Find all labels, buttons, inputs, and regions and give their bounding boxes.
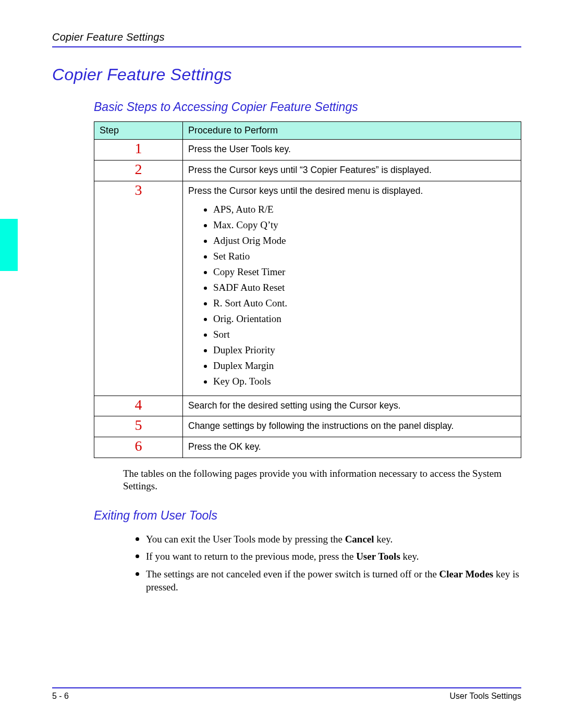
header-rule	[52, 46, 521, 47]
section-heading-exiting: Exiting from User Tools	[94, 509, 521, 523]
list-item: SADF Auto Reset	[213, 280, 516, 295]
section-tab	[0, 219, 18, 271]
list-item: Copy Reset Timer	[213, 264, 516, 280]
bullet-text: key.	[374, 534, 393, 545]
procedure-text: Search for the desired setting using the…	[188, 398, 516, 412]
table-header-row: Step Procedure to Perform	[94, 122, 521, 140]
bullet-text: If you want to return to the previous mo…	[146, 551, 356, 562]
steps-table: Step Procedure to Perform 1 Press the Us…	[94, 121, 521, 458]
step-number: 3	[94, 181, 183, 396]
document-page: Copier Feature Settings Copier Feature S…	[0, 0, 563, 728]
list-item: Sort	[213, 327, 516, 342]
step-number: 4	[94, 396, 183, 416]
procedure-text: Press the User Tools key.	[188, 142, 516, 156]
list-item: Duplex Priority	[213, 342, 516, 358]
exit-list: You can exit the User Tools mode by pres…	[146, 530, 521, 596]
running-header: Copier Feature Settings	[52, 31, 521, 46]
page-number: 5 - 6	[52, 692, 69, 701]
section-heading-basic-steps: Basic Steps to Accessing Copier Feature …	[94, 100, 521, 114]
bullet-text: key.	[400, 551, 419, 562]
step-procedure: Search for the desired setting using the…	[183, 396, 521, 416]
list-item: You can exit the User Tools mode by pres…	[146, 530, 521, 548]
procedure-text: Change settings by following the instruc…	[188, 418, 516, 433]
step-procedure: Press the OK key.	[183, 437, 521, 458]
page-footer: 5 - 6 User Tools Settings	[52, 687, 521, 701]
list-item: Key Op. Tools	[213, 374, 516, 389]
list-item: The settings are not canceled even if th…	[146, 565, 521, 595]
list-item: R. Sort Auto Cont.	[213, 295, 516, 311]
menu-list: APS, Auto R/E Max. Copy Q’ty Adjust Orig…	[213, 202, 516, 389]
page-title: Copier Feature Settings	[52, 65, 521, 84]
table-row: 4 Search for the desired setting using t…	[94, 396, 521, 416]
table-row: 6 Press the OK key.	[94, 437, 521, 458]
step-number: 2	[94, 160, 183, 181]
table-row: 3 Press the Cursor keys until the desire…	[94, 181, 521, 396]
table-row: 1 Press the User Tools key.	[94, 140, 521, 161]
table-row: 5 Change settings by following the instr…	[94, 416, 521, 437]
body-paragraph: The tables on the following pages provid…	[123, 467, 521, 493]
procedure-text: Press the Cursor keys until the desired …	[188, 183, 516, 198]
bold-text: User Tools	[356, 551, 400, 562]
step-procedure: Press the Cursor keys until “3 Copier Fe…	[183, 160, 521, 181]
content-block: Basic Steps to Accessing Copier Feature …	[94, 100, 521, 595]
footer-row: 5 - 6 User Tools Settings	[52, 692, 521, 701]
procedure-text: Press the Cursor keys until “3 Copier Fe…	[188, 163, 516, 177]
list-item: APS, Auto R/E	[213, 202, 516, 217]
table-row: 2 Press the Cursor keys until “3 Copier …	[94, 160, 521, 181]
section-name: User Tools Settings	[449, 692, 521, 701]
list-item: Max. Copy Q’ty	[213, 217, 516, 233]
procedure-text: Press the OK key.	[188, 439, 516, 453]
step-number: 5	[94, 416, 183, 437]
bullet-text: You can exit the User Tools mode by pres…	[146, 534, 345, 545]
step-procedure: Change settings by following the instruc…	[183, 416, 521, 437]
step-number: 6	[94, 437, 183, 458]
list-item: Set Ratio	[213, 249, 516, 264]
step-number: 1	[94, 140, 183, 161]
step-procedure: Press the User Tools key.	[183, 140, 521, 161]
col-step: Step	[94, 122, 183, 140]
list-item: Orig. Orientation	[213, 311, 516, 327]
bullet-text: The settings are not canceled even if th…	[146, 569, 439, 579]
col-procedure: Procedure to Perform	[183, 122, 521, 140]
footer-rule	[52, 687, 521, 688]
bold-text: Clear Modes	[439, 569, 494, 579]
list-item: Duplex Margin	[213, 358, 516, 374]
bold-text: Cancel	[345, 534, 374, 545]
step-procedure: Press the Cursor keys until the desired …	[183, 181, 521, 396]
list-item: If you want to return to the previous mo…	[146, 547, 521, 565]
list-item: Adjust Orig Mode	[213, 233, 516, 249]
